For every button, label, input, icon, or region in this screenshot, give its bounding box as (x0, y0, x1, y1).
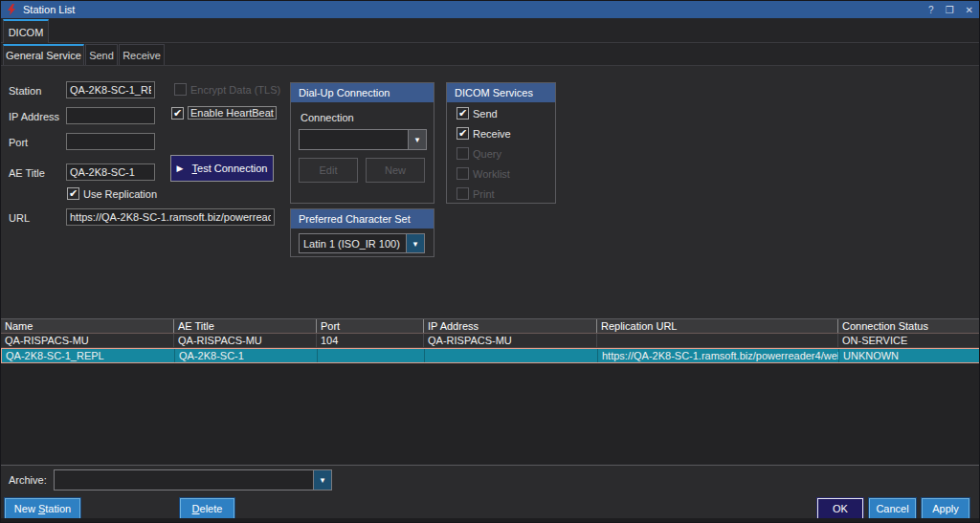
main-tab-strip: DICOM (1, 18, 979, 43)
sub-tab-strip: General Service Send Receive (1, 43, 979, 66)
cancel-label: Cancel (876, 503, 908, 514)
ae-title-label: AE Title (9, 167, 45, 179)
apply-button[interactable]: Apply (921, 497, 970, 520)
window-bottom-edge (1, 518, 979, 522)
close-icon[interactable]: ✕ (966, 5, 973, 15)
tab-receive[interactable]: Receive (119, 44, 165, 65)
cell-connection-status: UNKNOWN (839, 349, 980, 362)
column-header-port[interactable]: Port (317, 319, 424, 333)
charset-dropdown-value: Latin 1 (ISO_IR 100) (300, 234, 406, 252)
archive-label: Archive: (9, 474, 47, 486)
checkbox-check-icon: ✔ (457, 107, 469, 120)
archive-dropdown[interactable]: ▾ (54, 469, 332, 490)
cell-replication-url (597, 334, 838, 347)
restore-icon[interactable]: ❐ (946, 5, 954, 15)
use-replication-label: Use Replication (83, 188, 157, 200)
dicom-services-group: DICOM Services ✔ Send ✔ Receive Query Wo… (446, 82, 556, 204)
tab-receive-label: Receive (122, 50, 161, 61)
archive-dropdown-value (55, 470, 313, 490)
encrypt-tls-checkbox: Encrypt Data (TLS) (174, 83, 280, 96)
delete-button[interactable]: Delete (179, 497, 235, 520)
cell-port (318, 349, 425, 362)
checkbox-check-icon: ✔ (67, 187, 79, 200)
checkbox-box (457, 147, 469, 160)
station-input[interactable] (66, 81, 155, 98)
cell-ip-address (425, 349, 598, 362)
ok-label: OK (833, 503, 848, 514)
enable-heartbeat-checkbox[interactable]: ✔ Enable HeartBeat (171, 106, 277, 120)
station-list-window: Station List ? ❐ ✕ DICOM General Service… (0, 0, 980, 523)
charset-group-header: Preferred Character Set (291, 209, 434, 229)
column-header-connection-status[interactable]: Connection Status (838, 319, 980, 333)
checkbox-check-icon: ✔ (171, 107, 184, 120)
receive-label: Receive (473, 128, 511, 140)
worklist-label: Worklist (473, 168, 510, 180)
ok-button[interactable]: OK (816, 497, 864, 520)
cancel-button[interactable]: Cancel (868, 497, 917, 520)
table-row[interactable]: QA-RISPACS-MU QA-RISPACS-MU 104 QA-RISPA… (1, 334, 980, 348)
use-replication-checkbox[interactable]: ✔ Use Replication (67, 187, 157, 200)
chevron-down-icon[interactable]: ▾ (313, 470, 331, 490)
cell-ae-title: QA-2K8-SC-1 (175, 349, 318, 362)
app-icon (6, 4, 17, 15)
checkbox-box (174, 83, 187, 96)
ip-address-input[interactable] (66, 107, 155, 124)
tab-dicom[interactable]: DICOM (3, 19, 49, 43)
edit-button: Edit (299, 158, 358, 183)
cell-replication-url: https://QA-2K8-SC-1.ramsoft.biz/powerrea… (598, 349, 839, 362)
send-checkbox[interactable]: ✔ Send (457, 107, 498, 120)
print-label: Print (473, 188, 495, 200)
station-table: Name AE Title Port IP Address Replicatio… (1, 318, 980, 466)
ip-address-label: IP Address (9, 111, 59, 122)
tab-general-service-label: General Service (6, 50, 81, 61)
cell-connection-status: ON-SERVICE (838, 334, 980, 347)
connection-dropdown[interactable]: ▾ (299, 129, 427, 150)
column-header-ip-address[interactable]: IP Address (424, 319, 597, 333)
tab-dicom-label: DICOM (9, 27, 44, 38)
window-title: Station List (23, 4, 75, 15)
checkbox-box (457, 167, 469, 180)
test-connection-label: Test Connection (192, 163, 268, 174)
ae-title-input[interactable] (66, 163, 155, 181)
column-header-name[interactable]: Name (1, 319, 174, 333)
help-icon[interactable]: ? (928, 5, 934, 15)
charset-dropdown[interactable]: Latin 1 (ISO_IR 100) ▾ (299, 233, 425, 253)
dialup-group-header: Dial-Up Connection (291, 83, 434, 102)
cell-port: 104 (317, 334, 424, 347)
chevron-down-icon[interactable]: ▾ (408, 130, 426, 149)
column-header-replication-url[interactable]: Replication URL (597, 319, 838, 333)
encrypt-tls-label: Encrypt Data (TLS) (190, 84, 280, 96)
connection-dropdown-value (300, 130, 408, 149)
enable-heartbeat-label: Enable HeartBeat (188, 106, 277, 120)
url-input[interactable] (66, 208, 275, 226)
cell-ip-address: QA-RISPACS-MU (424, 334, 597, 347)
apply-label: Apply (932, 503, 959, 514)
new-station-label: New Station (14, 503, 71, 514)
new-button: New (366, 158, 425, 183)
print-checkbox: Print (457, 187, 495, 200)
dialup-connection-group: Dial-Up Connection Connection ▾ Edit New (290, 82, 434, 204)
chevron-down-icon[interactable]: ▾ (406, 234, 424, 252)
column-header-ae-title[interactable]: AE Title (174, 319, 317, 333)
tab-send-label: Send (89, 50, 114, 61)
connection-label: Connection (301, 112, 354, 123)
query-label: Query (473, 148, 501, 160)
station-label: Station (9, 85, 41, 97)
new-station-button[interactable]: New Station (4, 497, 81, 520)
cell-ae-title: QA-RISPACS-MU (174, 334, 317, 347)
play-icon: ▶ (177, 163, 184, 173)
title-bar[interactable]: Station List ? ❐ ✕ (1, 1, 979, 18)
charset-group: Preferred Character Set Latin 1 (ISO_IR … (290, 208, 434, 257)
tab-send[interactable]: Send (85, 44, 118, 65)
send-label: Send (473, 108, 498, 120)
dicom-services-header: DICOM Services (447, 83, 555, 102)
port-input[interactable] (66, 133, 155, 150)
checkbox-box (457, 187, 469, 200)
receive-checkbox[interactable]: ✔ Receive (457, 127, 511, 140)
query-checkbox: Query (457, 147, 501, 160)
test-connection-button[interactable]: ▶ Test Connection (170, 155, 274, 182)
cell-name: QA-RISPACS-MU (1, 334, 174, 347)
table-row-selected[interactable]: QA-2K8-SC-1_REPL QA-2K8-SC-1 https://QA-… (1, 348, 980, 363)
tab-general-service[interactable]: General Service (3, 44, 84, 65)
checkbox-check-icon: ✔ (457, 127, 469, 140)
